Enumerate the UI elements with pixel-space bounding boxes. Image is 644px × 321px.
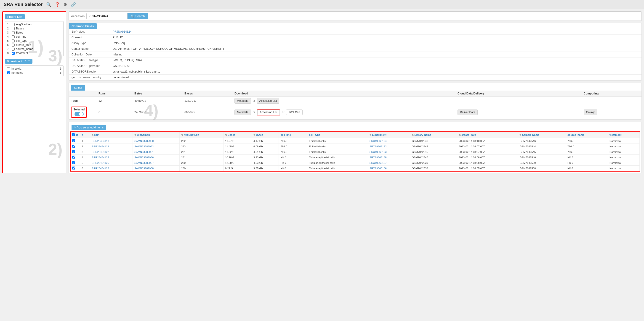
col-header-experiment[interactable]: ⇅ Experiment [368, 132, 410, 138]
select-all-checkbox[interactable] [72, 133, 75, 136]
experiment-link[interactable]: SRX19363193 [370, 151, 387, 153]
row-checkbox-input[interactable] [72, 145, 75, 148]
row-num: 6 [80, 166, 90, 171]
select-button[interactable]: Select [70, 85, 85, 91]
col-runs: Runs [96, 91, 132, 97]
biosample-link[interactable]: SAMN33282956 [134, 156, 154, 159]
row-checkbox-input[interactable] [72, 156, 75, 159]
filter-item-7: 7 source_name [5, 47, 63, 51]
filter-checkbox-treatment[interactable] [12, 52, 15, 55]
row-create-date: 2023-02-14 08:08:00Z [457, 160, 518, 166]
row-checkbox-input[interactable] [72, 166, 75, 169]
run-link[interactable]: SRR23454126 [92, 167, 109, 170]
row-avgspotlen: 280 [180, 166, 223, 171]
selected-accession-list-button[interactable]: Accession List [257, 110, 280, 115]
row-bases: 11.27 G [223, 138, 252, 144]
col-header-avgspotlen[interactable]: ⇅ AvgSpotLen [180, 132, 223, 138]
selected-toggle[interactable] [74, 112, 84, 116]
search-icon[interactable]: 🔍 [46, 2, 51, 7]
col-header-treatment[interactable]: treatment [608, 132, 640, 138]
row-bytes: 3.93 Gb [252, 155, 279, 160]
biosample-link[interactable]: SAMN33282952 [134, 145, 154, 148]
filter-checkbox-bases[interactable] [12, 27, 15, 30]
col-header-bytes[interactable]: ⇅ Bytes [252, 132, 279, 138]
experiment-link[interactable]: SRX19363192 [370, 145, 387, 148]
filter-item-3: 3 Bytes [5, 30, 63, 35]
filter-checkbox-bytes[interactable] [12, 31, 15, 34]
total-runs: 12 [96, 97, 132, 105]
deselect-all-icon[interactable]: ✕ [76, 134, 78, 137]
filter-checkbox-cell-type[interactable] [12, 39, 15, 42]
biosample-link[interactable]: SAMN33282957 [134, 161, 154, 164]
col-header-biosample[interactable]: ⇅ BioSample [132, 132, 180, 138]
filter-value-hypoxia-checkbox[interactable] [7, 67, 10, 70]
row-create-date: 2023-02-14 08:07:00Z [457, 144, 518, 149]
experiment-link[interactable]: SRX19363194 [370, 140, 387, 142]
experiment-link[interactable]: SRX19363186 [370, 167, 387, 170]
biosample-link[interactable]: SAMN33282950 [134, 140, 154, 142]
col-header-source-name[interactable]: source_name [566, 132, 608, 138]
filter-filter-icon[interactable]: ☰ [28, 60, 30, 63]
filter-checkbox-create-date[interactable] [12, 44, 15, 46]
selected-items-count: ✕You selected 6 Items [72, 125, 106, 130]
experiment-link[interactable]: SRX19363187 [370, 161, 387, 164]
filter-item-5: 5 cell_type [5, 39, 63, 43]
filter-checkbox-cell-line[interactable] [12, 35, 15, 38]
col-header-library-name[interactable]: ⇅ Library Name [410, 132, 457, 138]
row-bases: 9.27 G [223, 166, 252, 171]
row-avgspotlen: 281 [180, 149, 223, 155]
row-biosample: SAMN33282951 [132, 149, 180, 155]
field-key-assay-type: Assay Type [69, 40, 110, 46]
filter-value-normoxia-label: normoxia [12, 71, 23, 74]
row-cell-type: Epithelial cells [307, 149, 368, 155]
row-source-name: 786-0 [566, 149, 608, 155]
row-bytes: 4.53 Gb [252, 160, 279, 166]
field-row-geo-loc: geo_loc_name_country uncalculated [69, 75, 642, 80]
row-sample-name: GSM7042539 [518, 160, 566, 166]
right-panel: Accession 🔍 Search Common Fields BioProj… [68, 11, 642, 173]
link-icon[interactable]: 🔗 [71, 2, 76, 7]
search-input[interactable] [86, 13, 128, 19]
selected-toggle-container: Selected [71, 107, 87, 118]
bioproject-link[interactable]: PRJNA934824 [113, 30, 132, 33]
col-header-cell-line[interactable]: cell_line [279, 132, 307, 138]
row-checkbox-input[interactable] [72, 161, 75, 164]
filter-value-hypoxia-label: hypoxia [12, 67, 21, 70]
col-bytes: Bytes [132, 91, 182, 97]
col-header-sample-name[interactable]: ⇅ Sample Name [518, 132, 566, 138]
row-checkbox-input[interactable] [72, 139, 75, 142]
run-link[interactable]: SRR23454119 [92, 145, 109, 148]
filter-checkbox-source-name[interactable] [12, 48, 15, 51]
col-header-create-date[interactable]: ⇅ create_date [457, 132, 518, 138]
row-run: SRR23454118 [90, 138, 133, 144]
filter-value-hypoxia: hypoxia 6 [7, 67, 62, 71]
filter-value-normoxia-checkbox[interactable] [7, 71, 10, 74]
run-link[interactable]: SRR23454122 [92, 151, 109, 153]
total-metadata-button[interactable]: Metadata [234, 98, 251, 104]
row-source-name: 786-0 [566, 138, 608, 144]
selected-metadata-button[interactable]: Metadata [234, 110, 251, 115]
col-header-run[interactable]: ⇅ Run [90, 132, 133, 138]
run-link[interactable]: SRR23454124 [92, 156, 109, 159]
biosample-link[interactable]: SAMN33282951 [134, 151, 154, 153]
row-checkbox-input[interactable] [72, 150, 75, 153]
galaxy-button[interactable]: Galaxy [584, 110, 597, 115]
filter-checkbox-avgspotlen[interactable] [12, 23, 15, 26]
run-link[interactable]: SRR23454125 [92, 161, 109, 164]
search-button[interactable]: 🔍 Search [128, 13, 148, 19]
total-accession-list-button[interactable]: Accession List [257, 98, 280, 104]
deliver-data-button[interactable]: Deliver Data [458, 110, 478, 115]
jwt-cart-button[interactable]: JWT Cart [286, 110, 302, 115]
settings-icon[interactable]: ⚙ [64, 2, 67, 7]
experiment-link[interactable]: SRX19363188 [370, 156, 387, 159]
row-library-name: GSM7042545 [410, 149, 457, 155]
help-icon[interactable]: ❓ [55, 2, 60, 7]
field-key-geo-loc: geo_loc_name_country [69, 75, 110, 80]
run-link[interactable]: SRR23454118 [92, 140, 109, 142]
filter-tag-remove[interactable]: ✕ [7, 60, 9, 63]
col-header-bases[interactable]: ⇅ Bases [223, 132, 252, 138]
filter-sort-icon[interactable]: ⇅ [24, 60, 27, 63]
col-header-cell-type[interactable]: cell_type [307, 132, 368, 138]
col-bases: Bases [182, 91, 232, 97]
biosample-link[interactable]: SAMN33282958 [134, 167, 154, 170]
